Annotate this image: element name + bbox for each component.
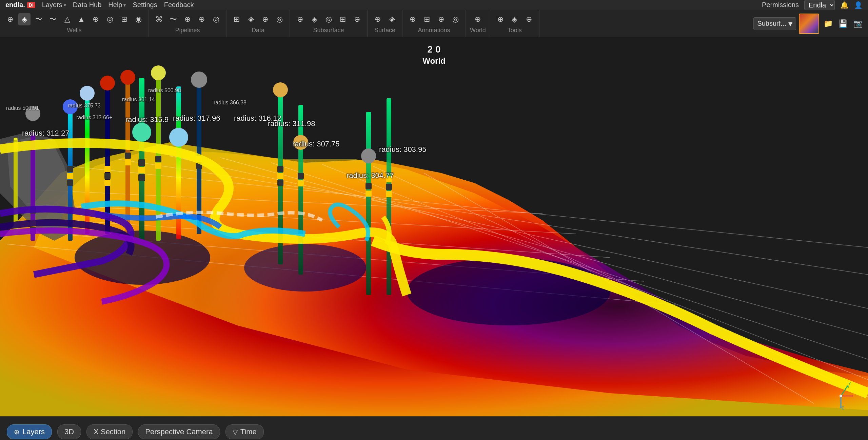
well-icon-7[interactable]: ⊕ xyxy=(90,13,102,25)
chevron-down-icon: ▾ xyxy=(123,2,126,8)
well-icon-4[interactable]: 〜 xyxy=(47,13,59,25)
svg-rect-57 xyxy=(277,173,283,179)
svg-rect-44 xyxy=(138,174,145,181)
subsurf-dropdown[interactable]: Subsurf... ▾ xyxy=(753,17,796,30)
sub-icon-1[interactable]: ⊕ xyxy=(294,13,306,25)
viewport-3d[interactable]: radius: 312.27 radius: 315.9 radius: 317… xyxy=(0,37,868,416)
pipelines-icons: ⌘ 〜 ⊕ ⊕ ◎ xyxy=(153,13,222,25)
svg-marker-73 xyxy=(852,395,854,397)
pipe-icon-1[interactable]: ⌘ xyxy=(153,13,165,25)
toolbar-section-data: ⊞ ◈ ⊕ ◎ Data xyxy=(226,10,290,37)
ann-icon-1[interactable]: ⊕ xyxy=(407,13,419,25)
perspective-camera-label: Perspective Camera xyxy=(145,427,213,436)
svg-point-23 xyxy=(25,106,40,121)
screenshot-icon[interactable]: 📷 xyxy=(852,18,864,30)
svg-rect-17 xyxy=(14,139,18,234)
sub-icon-3[interactable]: ◎ xyxy=(322,13,335,25)
svg-point-18 xyxy=(14,138,18,140)
nav-feedback[interactable]: Feedback xyxy=(164,1,194,9)
sub-icon-5[interactable]: ⊕ xyxy=(351,13,363,25)
nav-datahub[interactable]: Data Hub xyxy=(73,1,102,9)
data-icon-4[interactable]: ◎ xyxy=(273,13,285,25)
svg-rect-38 xyxy=(125,159,131,165)
tool-icon-3[interactable]: ⊕ xyxy=(523,13,535,25)
pipe-icon-3[interactable]: ⊕ xyxy=(181,13,194,25)
sub-icon-4[interactable]: ⊞ xyxy=(337,13,349,25)
file-open-icon[interactable]: 📁 xyxy=(822,18,834,30)
user-avatar-icon[interactable]: 👤 xyxy=(854,1,863,9)
world-label: World xyxy=(470,27,486,34)
toolbar: ⊕ ◈ 〜 〜 △ ▲ ⊕ ◎ ⊞ ◉ Wells ⌘ 〜 ⊕ ⊕ ◎ Pipe… xyxy=(0,10,868,37)
layers-icon: ⊕ xyxy=(14,428,20,436)
toolbar-right: Subsurf... ▾ 📁 💾 📷 xyxy=(749,10,868,37)
ann-icon-4[interactable]: ◎ xyxy=(449,13,461,25)
nav-settings[interactable]: Settings xyxy=(133,1,157,9)
scene-svg xyxy=(0,37,868,416)
svg-point-67 xyxy=(361,148,376,163)
tool-icon-1[interactable]: ⊕ xyxy=(494,13,507,25)
sub-icon-2[interactable]: ◈ xyxy=(308,13,320,25)
user-select[interactable]: Endla xyxy=(804,0,835,10)
logo-text: endla. xyxy=(5,1,25,9)
xsection-label: X Section xyxy=(94,427,125,436)
surf-icon-1[interactable]: ⊕ xyxy=(372,13,384,25)
svg-point-16 xyxy=(407,258,610,325)
viewport-thumbnail[interactable] xyxy=(799,14,819,34)
toolbar-section-world: ⊕ World xyxy=(466,10,490,37)
svg-rect-32 xyxy=(104,166,111,172)
time-button[interactable]: ▽ Time xyxy=(225,424,264,439)
well-icon-1[interactable]: ⊕ xyxy=(4,13,16,25)
well-icon-6[interactable]: ▲ xyxy=(75,13,87,25)
svg-text:Z: Z xyxy=(842,406,844,409)
pipe-icon-2[interactable]: 〜 xyxy=(167,13,179,25)
svg-point-39 xyxy=(120,70,135,85)
svg-rect-26 xyxy=(67,166,73,172)
pipe-icon-5[interactable]: ◎ xyxy=(210,13,222,25)
world-icon-1[interactable]: ⊕ xyxy=(472,13,484,25)
ann-icon-3[interactable]: ⊕ xyxy=(435,13,447,25)
time-filter-icon: ▽ xyxy=(233,428,238,436)
top-bar: endla. DI Layers ▾ Data Hub Help ▾ Setti… xyxy=(0,0,868,10)
svg-rect-28 xyxy=(67,180,73,186)
data-icon-2[interactable]: ◈ xyxy=(245,13,257,25)
svg-point-41 xyxy=(132,123,151,142)
ann-icon-2[interactable]: ⊞ xyxy=(421,13,433,25)
logo-area: endla. DI xyxy=(5,1,35,9)
svg-rect-70 xyxy=(386,184,392,190)
well-icon-2[interactable]: ◈ xyxy=(18,13,31,25)
well-icon-9[interactable]: ⊞ xyxy=(118,13,130,25)
svg-rect-60 xyxy=(298,105,303,275)
bell-icon[interactable]: 🔔 xyxy=(840,1,849,9)
nav-help[interactable]: Help ▾ xyxy=(108,1,126,9)
well-icon-5[interactable]: △ xyxy=(61,13,73,25)
svg-point-25 xyxy=(63,99,78,114)
permissions-label: Permissions xyxy=(762,1,799,9)
nav-layers[interactable]: Layers ▾ xyxy=(42,1,66,9)
tool-icon-2[interactable]: ◈ xyxy=(509,13,521,25)
svg-rect-37 xyxy=(125,153,131,159)
save-icon[interactable]: 💾 xyxy=(837,18,849,30)
svg-rect-47 xyxy=(155,156,161,162)
world-label-overlay: World xyxy=(422,56,446,66)
svg-point-46 xyxy=(151,65,166,80)
well-icon-8[interactable]: ◎ xyxy=(104,13,116,25)
svg-point-81 xyxy=(840,395,842,397)
pipe-icon-4[interactable]: ⊕ xyxy=(196,13,208,25)
surf-icon-2[interactable]: ◈ xyxy=(386,13,398,25)
perspective-camera-button[interactable]: Perspective Camera xyxy=(138,424,220,439)
subsurface-icons: ⊕ ◈ ◎ ⊞ ⊕ xyxy=(294,13,363,25)
svg-point-15 xyxy=(244,244,366,292)
data-icon-1[interactable]: ⊞ xyxy=(231,13,243,25)
3d-button[interactable]: 3D xyxy=(57,424,81,439)
world-numbers: 2 0 xyxy=(427,44,440,55)
world-number-2: 2 xyxy=(427,44,433,55)
svg-rect-48 xyxy=(155,163,161,169)
pipelines-label: Pipelines xyxy=(175,27,200,34)
top-bar-left: endla. DI Layers ▾ Data Hub Help ▾ Setti… xyxy=(5,1,194,9)
xsection-button[interactable]: X Section xyxy=(86,424,133,439)
layers-button[interactable]: ⊕ Layers xyxy=(7,424,52,439)
well-icon-3[interactable]: 〜 xyxy=(33,13,45,25)
svg-rect-56 xyxy=(277,166,283,172)
data-icon-3[interactable]: ⊕ xyxy=(259,13,271,25)
well-icon-10[interactable]: ◉ xyxy=(132,13,144,25)
